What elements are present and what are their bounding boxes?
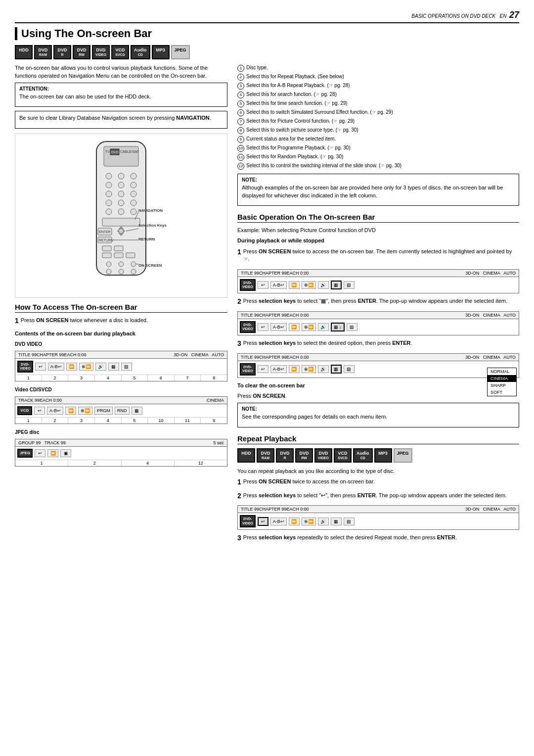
svg-rect-32	[114, 246, 123, 251]
repeat-step2-text: Press selection keys to select "↩", then…	[243, 492, 507, 499]
svg-point-10	[118, 182, 124, 188]
svg-point-12	[106, 191, 112, 197]
repeat-step3-num: 3	[237, 534, 241, 542]
section-label: BASIC OPERATIONS ON DVD DECK	[411, 13, 495, 19]
vcd-bar-track: TRACK 99	[18, 398, 40, 403]
jpeg-label: JPEG disc	[15, 429, 227, 436]
dvd-bar-body: DVD-VIDEO ↩ A-B↩ ⏩ ⊕⏩ 🔊 ▦ ▧	[15, 359, 227, 375]
clear-label: To clear the on-screen bar	[237, 382, 519, 389]
svg-text:RETURN: RETURN	[99, 238, 113, 242]
svg-text:ENTER: ENTER	[99, 230, 111, 234]
nav-note-box: Be sure to clear Library Database Naviga…	[15, 111, 227, 128]
vcd-time-btn: ⊕⏩	[78, 407, 92, 415]
item-text-12: Select this to control the switching int…	[246, 162, 401, 170]
svg-point-11	[131, 182, 136, 188]
vcd-rnd-btn: RND	[115, 407, 130, 415]
search-btn: ⏩	[66, 363, 77, 371]
vcd-section: Video CD/SVCD TRACK 99 EACH 0:00 CINEMA …	[15, 386, 227, 424]
jpeg-bar-header: GROUP 99 TRACK 99 5 sec	[15, 439, 227, 447]
svg-rect-35	[126, 253, 135, 258]
svg-text:ON SCREEN: ON SCREEN	[138, 263, 162, 268]
list-item-3: 3 Select this for A-B Repeat Playback. (…	[237, 82, 519, 90]
disc-icon-jpeg: JPEG	[171, 45, 190, 59]
dvd-bar-3don: 3D-ON CINEMA AUTO	[174, 352, 224, 357]
item-text-9: Current status area for the selected ite…	[246, 136, 336, 143]
popup-cinema: CINEMA	[488, 375, 516, 382]
vcd-search-btn: ⏩	[65, 407, 76, 415]
vcd-bar-body: VCD ↩ A-B↩ ⏩ ⊕⏩ PRGM RND ▦	[15, 404, 227, 417]
basic-step1-row: 1 Press ON SCREEN twice to access the on…	[237, 248, 519, 266]
repeat-intro: You can repeat playback as you like acco…	[237, 468, 519, 475]
svg-rect-33	[102, 253, 111, 258]
svg-point-37	[119, 262, 124, 267]
dvd-bar-header: TITLE 99 CHAPTER 99 EACH 0:00 3D-ON CINE…	[15, 351, 227, 359]
item-text-8: Select this to switch picture source typ…	[246, 127, 358, 134]
item-num-6: 6	[237, 109, 244, 116]
step1-num: 1	[15, 317, 19, 325]
item-num-9: 9	[237, 136, 244, 143]
vcd-repeat-btn: ↩	[34, 407, 45, 415]
dvd-video-bar: TITLE 99 CHAPTER 99 EACH 0:00 3D-ON CINE…	[15, 351, 227, 382]
num-7: 7	[175, 375, 201, 381]
basic-step1-bar: TITLE 99 CHAPTER 99 EACH 0:00 3D-ON CINE…	[237, 269, 519, 294]
repeat-step1-row: 1 Press ON SCREEN twice to access the on…	[237, 478, 519, 488]
popup-soft: SOFT	[488, 389, 516, 396]
basic-step1-text: Press ON SCREEN twice to access the on-s…	[243, 248, 519, 263]
attention-label: ATTENTION:	[19, 86, 223, 92]
num-3: 3	[68, 375, 95, 381]
vcd-bar-numbers: 1 2 3 4 5 10 11 9	[15, 417, 227, 424]
item-num-4: 4	[237, 92, 244, 98]
item-text-3: Select this for A-B Repeat Playback. (☞ …	[246, 82, 350, 90]
repeat-btn: ↩	[35, 363, 46, 371]
repeat-step2-num: 2	[237, 492, 241, 500]
dvd-bar-controls: ↩ A-B↩ ⏩ ⊕⏩ 🔊 ▦ ▧	[35, 363, 225, 371]
item-text-4: Select this for search function. (☞ pg. …	[246, 91, 337, 98]
svg-rect-34	[114, 253, 123, 258]
list-item-11: 11 Select this for Random Playback. (☞ p…	[237, 153, 519, 161]
item-text-1: Disc type.	[246, 64, 268, 72]
basic-step2-text: Press selection keys to select "▦", then…	[243, 297, 507, 305]
item-text-5: Select this for time search function. (☞…	[246, 100, 348, 107]
item-text-2: Select this for Repeat Playback. (See be…	[246, 73, 344, 81]
vcd-disc-label: VCD	[17, 406, 32, 415]
repeat-icon-hdd: HDD	[237, 448, 255, 463]
jpeg-bar-controls: ↩ ⏩ ▣	[35, 449, 225, 457]
item-text-10: Select this for Programme Playback. (☞ p…	[246, 144, 351, 152]
item-num-2: 2	[237, 74, 244, 81]
basic-step2-num: 2	[237, 297, 241, 305]
jpeg-bar-numbers: 1 2 4 12	[15, 460, 227, 466]
dvd-video-label: DVD VIDEO	[15, 341, 227, 348]
during-playback-label: During playback or while stopped	[237, 237, 519, 244]
list-item-4: 4 Select this for search function. (☞ pg…	[237, 91, 519, 98]
surround-btn: 🔊	[95, 363, 106, 371]
basic-step3-num: 3	[237, 339, 241, 347]
svg-point-6	[106, 173, 112, 179]
attention-text: The on-screen bar can also be used for t…	[19, 93, 223, 100]
list-item-8: 8 Select this to switch picture source t…	[237, 127, 519, 134]
basic-op-intro: Example: When selecting Picture Control …	[237, 227, 519, 234]
svg-point-14	[131, 191, 136, 197]
note2-box: NOTE: See the corresponding pages for de…	[237, 403, 519, 427]
svg-point-40	[119, 269, 124, 274]
num-4: 4	[95, 375, 122, 381]
list-item-6: 6 Select this to switch Simulated Surrou…	[237, 109, 519, 116]
repeat-icon-dvd-r: DVDR	[276, 448, 294, 463]
nav-note-text: Be sure to clear Library Database Naviga…	[19, 114, 223, 122]
main-title: Using The On-screen Bar	[15, 27, 519, 40]
repeat-step2-row: 2 Press selection keys to select "↩", th…	[237, 492, 519, 502]
vcd-bar-controls: ↩ A-B↩ ⏩ ⊕⏩ PRGM RND ▦	[34, 407, 225, 415]
how-to-step1-row: 1 Press ON SCREEN twice whenever a disc …	[15, 317, 227, 327]
svg-rect-1	[104, 146, 138, 166]
num-6: 6	[148, 375, 175, 381]
two-col-layout: The on-screen bar allows you to control …	[15, 64, 519, 547]
disc-icon-audio-cd: AudioCD	[131, 45, 150, 59]
svg-point-39	[106, 269, 111, 274]
vcd-ab-btn: A-B↩	[47, 407, 63, 415]
disc-icon-dvd-ram: DVDRAM	[34, 45, 52, 59]
num-2: 2	[42, 375, 69, 381]
disc-icon-dvd-video: DVDVIDEO	[92, 45, 110, 59]
basic-step3-bar: TITLE 99 CHAPTER 99 EACH 0:00 3D-ON CINE…	[237, 353, 519, 378]
dvd-disc-label: DVD-VIDEO	[17, 361, 33, 373]
repeat-icon-dvd-rw: DVDRW	[295, 448, 313, 463]
vcd-bar: TRACK 99 EACH 0:00 CINEMA VCD ↩ A-B↩ ⏩ ⊕…	[15, 396, 227, 424]
